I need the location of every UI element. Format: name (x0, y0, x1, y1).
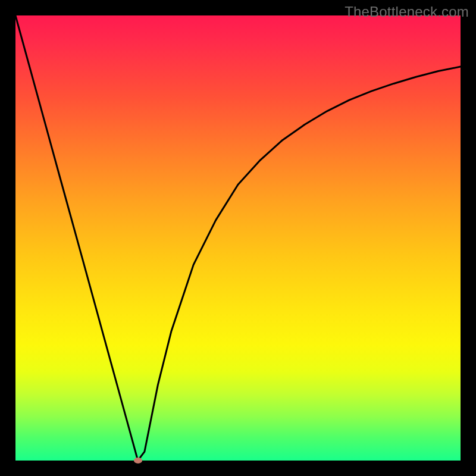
optimum-marker (134, 458, 142, 464)
plot-area (15, 15, 461, 461)
bottleneck-curve (15, 15, 461, 461)
chart-frame: TheBottleneck.com (0, 0, 476, 476)
watermark-text: TheBottleneck.com (345, 4, 469, 20)
curve-svg (15, 15, 461, 461)
